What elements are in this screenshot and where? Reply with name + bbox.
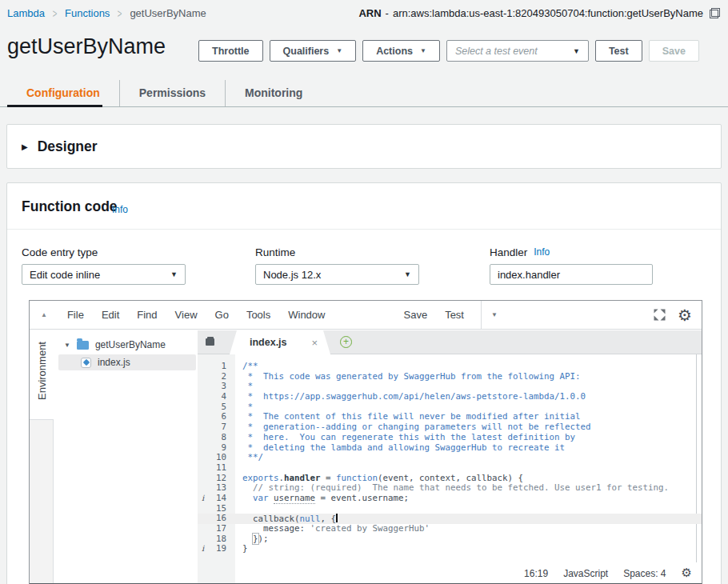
code-line-4[interactable]: 4 * https://app.swaggerhub.com/api/helen… xyxy=(198,392,702,402)
editor-save-menu[interactable]: Save xyxy=(394,309,436,321)
test-event-placeholder: Select a test event xyxy=(455,46,538,57)
line-number: 7 xyxy=(198,422,235,433)
editor-tab-label: index.js xyxy=(250,337,287,348)
test-event-select[interactable]: Select a test event ▼ xyxy=(446,40,589,62)
copy-arn-icon[interactable] xyxy=(710,8,720,18)
line-number: 19i xyxy=(198,544,235,554)
fullscreen-icon[interactable] xyxy=(654,309,666,321)
status-settings-gear-icon[interactable]: ⚙ xyxy=(682,567,692,579)
function-code-title: Function code xyxy=(22,198,118,215)
code-line-15[interactable]: 15 xyxy=(198,504,702,514)
arn-dash: - xyxy=(386,7,389,19)
code-line-14[interactable]: 14i var username = event.username; xyxy=(198,494,702,504)
code-line-19[interactable]: 19i} xyxy=(198,544,702,554)
tab-monitoring[interactable]: Monitoring xyxy=(225,80,322,106)
editor-menu-file[interactable]: File xyxy=(58,309,93,321)
collapse-editor-icon[interactable]: ▲ xyxy=(41,311,47,318)
code-text: } xyxy=(235,544,248,554)
throttle-button[interactable]: Throttle xyxy=(198,40,263,62)
breadcrumb-separator-icon: > xyxy=(118,6,122,21)
javascript-file-icon xyxy=(81,358,91,368)
close-tab-icon[interactable]: × xyxy=(311,337,318,349)
expand-triangle-icon: ▶ xyxy=(22,142,28,151)
chevron-down-icon: ▼ xyxy=(170,270,178,278)
editor-menu-window[interactable]: Window xyxy=(279,309,334,321)
editor-tab-indexjs[interactable]: index.js × xyxy=(230,330,330,354)
folder-icon xyxy=(77,341,89,350)
environment-strip: Environment xyxy=(30,330,54,583)
breadcrumb-item-functions[interactable]: Functions xyxy=(65,7,110,19)
chevron-down-icon: ▼ xyxy=(336,47,342,54)
runtime-label: Runtime xyxy=(255,246,295,258)
code-line-2[interactable]: 2 * This code was generated by SwaggerHu… xyxy=(198,372,702,382)
line-number: 4 xyxy=(198,392,235,402)
designer-toggle[interactable]: ▶ Designer xyxy=(7,125,721,168)
runtime-select[interactable]: Node.js 12.x▼ xyxy=(255,264,419,285)
function-arn: ARN - arn:aws:lambda:us-east-1:820493050… xyxy=(358,7,720,19)
divider xyxy=(481,301,482,329)
code-line-18[interactable]: 18 }); xyxy=(198,534,702,545)
qualifiers-button[interactable]: Qualifiers▼ xyxy=(270,40,357,62)
line-number: 5 xyxy=(198,402,235,413)
code-entry-type-select[interactable]: Edit code inline▼ xyxy=(22,264,186,285)
function-code-panel: Function code Info Code entry type Runti… xyxy=(6,182,722,584)
tab-list-icon[interactable] xyxy=(206,337,216,347)
code-editor: ▲ FileEditFindViewGoToolsWindow Save Tes… xyxy=(29,300,702,584)
test-options-caret-icon[interactable]: ▼ xyxy=(491,311,498,318)
tab-configuration[interactable]: Configuration xyxy=(7,80,119,106)
editor-menubar: ▲ FileEditFindViewGoToolsWindow Save Tes… xyxy=(30,301,702,330)
gutter-info-icon[interactable]: i xyxy=(202,494,204,504)
line-number: 17 xyxy=(198,524,235,534)
tabs-baseline xyxy=(0,106,728,107)
code-line-9[interactable]: 9 * deleting the lambda and allowing Swa… xyxy=(198,443,702,454)
indent-setting[interactable]: Spaces: 4 xyxy=(623,568,666,579)
tab-permissions[interactable]: Permissions xyxy=(119,80,225,106)
divider xyxy=(7,229,721,230)
code-line-17[interactable]: 17 message: 'created by SwaggerHub' xyxy=(198,524,702,534)
breadcrumb-item-lambda[interactable]: Lambda xyxy=(7,7,45,19)
code-text xyxy=(235,504,242,514)
cursor-position[interactable]: 16:19 xyxy=(524,568,548,579)
editor-test-menu[interactable]: Test xyxy=(436,309,473,321)
chevron-down-icon: ▼ xyxy=(404,270,411,278)
tree-expand-caret-icon[interactable]: ▼ xyxy=(64,342,70,349)
arn-label: ARN xyxy=(358,7,381,19)
function-code-info-link[interactable]: Info xyxy=(112,204,128,215)
save-button[interactable]: Save xyxy=(649,40,699,62)
code-text: **/ xyxy=(235,453,263,463)
function-actions-row: Throttle Qualifiers▼ Actions▼ Select a t… xyxy=(198,40,699,62)
test-button[interactable]: Test xyxy=(595,40,642,62)
environment-label: Environment xyxy=(36,332,48,410)
code-text: * deleting the lambda and allowing Swagg… xyxy=(235,443,565,454)
chevron-down-icon: ▼ xyxy=(573,47,580,55)
editor-menu-view[interactable]: View xyxy=(166,309,206,321)
line-number: 1 xyxy=(198,362,235,372)
line-number: 11 xyxy=(198,463,235,474)
gutter-info-icon[interactable]: i xyxy=(202,544,204,554)
editor-menu-tools[interactable]: Tools xyxy=(238,309,279,321)
tree-folder-label: getUserByName xyxy=(95,339,166,350)
handler-input[interactable]: index.handler xyxy=(490,264,653,285)
code-line-10[interactable]: 10 **/ xyxy=(198,453,702,463)
tree-file-row[interactable]: index.js xyxy=(58,354,196,370)
tree-file-label: index.js xyxy=(98,357,130,368)
editor-tabbar: index.js × + xyxy=(198,330,702,354)
line-number: 14i xyxy=(198,494,235,504)
editor-menu-find[interactable]: Find xyxy=(128,309,166,321)
editor-settings-gear-icon[interactable]: ⚙ xyxy=(678,307,692,323)
line-number: 10 xyxy=(198,453,235,463)
editor-menu-edit[interactable]: Edit xyxy=(93,309,128,321)
chevron-down-icon: ▼ xyxy=(420,47,426,54)
arn-value: arn:aws:lambda:us-east-1:820493050704:fu… xyxy=(393,7,703,19)
actions-button[interactable]: Actions▼ xyxy=(362,40,440,62)
new-tab-plus-icon[interactable]: + xyxy=(340,336,352,348)
editor-main: Environment ▼ getUserByName index.js in xyxy=(30,330,702,583)
handler-label: Handler Info xyxy=(490,246,550,258)
language-mode[interactable]: JavaScript xyxy=(563,568,608,579)
editor-menu-go[interactable]: Go xyxy=(206,309,238,321)
handler-info-link[interactable]: Info xyxy=(534,246,550,258)
tree-folder-row[interactable]: ▼ getUserByName xyxy=(54,337,196,353)
code-area[interactable]: 1/**2 * This code was generated by Swagg… xyxy=(198,354,702,583)
code-entry-type-label: Code entry type xyxy=(22,246,98,258)
editor-pane: index.js × + 1/**2 * This code was gener… xyxy=(198,330,702,583)
